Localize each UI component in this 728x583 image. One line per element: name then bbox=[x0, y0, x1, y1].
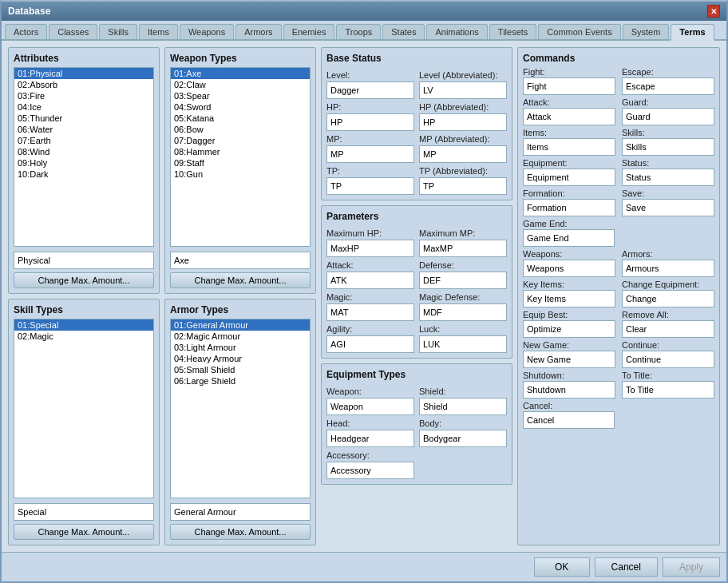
agility-input[interactable] bbox=[326, 335, 414, 353]
mp-abbr-input[interactable] bbox=[419, 145, 507, 163]
list-item[interactable]: 09:Holy bbox=[14, 157, 153, 169]
list-item[interactable]: 10:Gun bbox=[171, 169, 310, 180]
tab-troops[interactable]: Troops bbox=[336, 24, 381, 39]
tab-classes[interactable]: Classes bbox=[49, 24, 97, 39]
tab-armors[interactable]: Armors bbox=[235, 24, 281, 39]
cmd-skills-input[interactable] bbox=[622, 138, 714, 156]
cmd-formation-input[interactable] bbox=[523, 199, 615, 216]
magic-input[interactable] bbox=[326, 303, 414, 321]
list-item[interactable]: 05:Thunder bbox=[14, 113, 153, 124]
list-item[interactable]: 02:Absorb bbox=[14, 79, 153, 90]
list-item[interactable]: 07:Dagger bbox=[171, 135, 310, 146]
cmd-save-input[interactable] bbox=[622, 199, 714, 216]
tab-system[interactable]: System bbox=[623, 24, 670, 39]
armor-types-list[interactable]: 01:General Armour02:Magic Armour03:Light… bbox=[170, 319, 311, 498]
max-hp-input[interactable] bbox=[326, 240, 414, 257]
list-item[interactable]: 05:Katana bbox=[171, 113, 310, 124]
cmd-game-end-input[interactable] bbox=[523, 229, 615, 247]
tab-skills[interactable]: Skills bbox=[99, 24, 137, 39]
list-item[interactable]: 06:Bow bbox=[171, 124, 310, 135]
cmd-continue-input[interactable] bbox=[622, 351, 714, 368]
level-abbr-input[interactable] bbox=[419, 81, 507, 99]
luck-input[interactable] bbox=[419, 335, 507, 353]
list-item[interactable]: 06:Large Shield bbox=[171, 375, 310, 387]
hp-input[interactable] bbox=[326, 113, 414, 131]
cmd-fight-input[interactable] bbox=[523, 77, 615, 95]
cmd-shutdown-input[interactable] bbox=[523, 381, 615, 399]
cmd-weapons-input[interactable] bbox=[523, 260, 615, 277]
skill-types-list[interactable]: 01:Special02:Magic bbox=[14, 319, 154, 498]
list-item[interactable]: 03:Spear bbox=[171, 90, 310, 101]
list-item[interactable]: 08:Wind bbox=[14, 146, 153, 157]
weapon-types-input[interactable] bbox=[170, 252, 311, 269]
skill-types-input[interactable] bbox=[14, 503, 154, 521]
tab-enemies[interactable]: Enemies bbox=[283, 24, 335, 39]
cmd-armors-input[interactable] bbox=[622, 260, 714, 277]
tab-tilesets[interactable]: Tilesets bbox=[489, 24, 537, 39]
defense-input[interactable] bbox=[419, 272, 507, 289]
max-mp-input[interactable] bbox=[419, 240, 507, 257]
cancel-footer-button[interactable]: Cancel bbox=[595, 557, 658, 577]
level-input[interactable] bbox=[326, 81, 414, 99]
weapon-types-change-btn[interactable]: Change Max. Amount... bbox=[170, 272, 311, 288]
tab-items[interactable]: Items bbox=[139, 24, 178, 39]
list-item[interactable]: 01:Physical bbox=[14, 68, 153, 79]
attributes-change-btn[interactable]: Change Max. Amount... bbox=[14, 272, 154, 288]
hp-abbr-input[interactable] bbox=[419, 113, 507, 131]
tab-weapons[interactable]: Weapons bbox=[180, 24, 234, 39]
list-item[interactable]: 07:Earth bbox=[14, 135, 153, 146]
armor-types-input[interactable] bbox=[170, 503, 311, 521]
tp-abbr-input[interactable] bbox=[419, 177, 507, 195]
list-item[interactable]: 05:Small Shield bbox=[171, 364, 310, 375]
cmd-to-title-input[interactable] bbox=[622, 381, 714, 399]
cmd-escape-input[interactable] bbox=[622, 77, 714, 95]
tp-input[interactable] bbox=[326, 177, 414, 195]
cmd-attack-input[interactable] bbox=[523, 108, 615, 125]
cmd-new-game-input[interactable] bbox=[523, 351, 615, 368]
cmd-guard-input[interactable] bbox=[622, 108, 714, 125]
tab-animations[interactable]: Animations bbox=[426, 24, 487, 39]
ok-button[interactable]: OK bbox=[534, 557, 590, 577]
list-item[interactable]: 03:Light Armour bbox=[171, 342, 310, 353]
cmd-remove-all-input[interactable] bbox=[622, 320, 714, 338]
list-item[interactable]: 04:Heavy Armour bbox=[171, 353, 310, 364]
cmd-equip-best-input[interactable] bbox=[523, 320, 615, 338]
list-item[interactable]: 01:Axe bbox=[171, 68, 310, 79]
list-item[interactable]: 02:Magic bbox=[14, 331, 153, 342]
skill-types-change-btn[interactable]: Change Max. Amount... bbox=[14, 524, 154, 540]
mp-input[interactable] bbox=[326, 145, 414, 163]
cmd-items-input[interactable] bbox=[523, 138, 615, 156]
list-item[interactable]: 09:Staff bbox=[171, 157, 310, 169]
list-item[interactable]: 03:Fire bbox=[14, 90, 153, 101]
tab-common-events[interactable]: Common Events bbox=[538, 24, 620, 39]
tab-actors[interactable]: Actors bbox=[5, 24, 47, 39]
cmd-equipment-input[interactable] bbox=[523, 169, 615, 186]
attributes-input[interactable] bbox=[14, 252, 154, 269]
equip-body-input[interactable] bbox=[419, 430, 507, 447]
equip-accessory-input[interactable] bbox=[326, 462, 414, 479]
tab-terms[interactable]: Terms bbox=[671, 24, 714, 41]
list-item[interactable]: 01:Special bbox=[14, 319, 153, 331]
armor-types-change-btn[interactable]: Change Max. Amount... bbox=[170, 524, 311, 540]
attributes-list[interactable]: 01:Physical02:Absorb03:Fire04:Ice05:Thun… bbox=[14, 67, 154, 247]
cmd-status-input[interactable] bbox=[622, 169, 714, 186]
list-item[interactable]: 01:General Armour bbox=[171, 319, 310, 331]
list-item[interactable]: 08:Hammer bbox=[171, 146, 310, 157]
equip-head-input[interactable] bbox=[326, 430, 414, 447]
list-item[interactable]: 04:Sword bbox=[171, 101, 310, 113]
list-item[interactable]: 02:Claw bbox=[171, 79, 310, 90]
list-item[interactable]: 10:Dark bbox=[14, 169, 153, 180]
list-item[interactable]: 02:Magic Armour bbox=[171, 331, 310, 342]
cmd-change-equip-input[interactable] bbox=[622, 290, 714, 307]
cmd-cancel-input[interactable] bbox=[523, 411, 615, 429]
close-button[interactable]: ✕ bbox=[707, 5, 720, 18]
cmd-key-items-input[interactable] bbox=[523, 290, 615, 307]
attack-input[interactable] bbox=[326, 272, 414, 289]
magic-def-input[interactable] bbox=[419, 303, 507, 321]
tab-states[interactable]: States bbox=[382, 24, 425, 39]
equip-shield-input[interactable] bbox=[419, 398, 507, 415]
equip-weapon-input[interactable] bbox=[326, 398, 414, 415]
list-item[interactable]: 06:Water bbox=[14, 124, 153, 135]
apply-button[interactable]: Apply bbox=[663, 557, 720, 577]
list-item[interactable]: 04:Ice bbox=[14, 101, 153, 113]
